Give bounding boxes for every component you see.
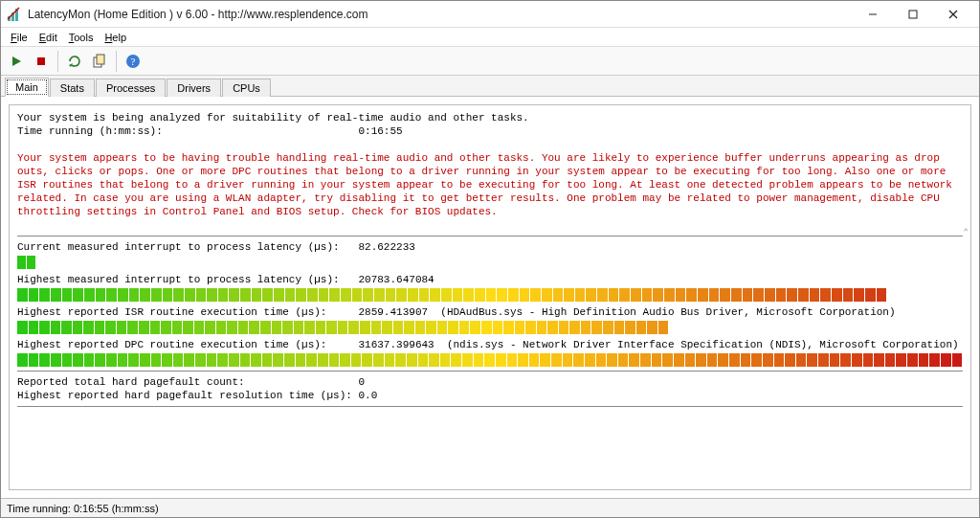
play-button[interactable] <box>5 50 28 73</box>
pagefault-count-label: Reported total hard pagefault count: <box>17 376 245 388</box>
dpc-bar <box>17 353 963 367</box>
menu-help[interactable]: Help <box>99 30 132 45</box>
statusbar: Time running: 0:16:55 (h:mm:ss) <box>1 498 979 517</box>
separator <box>17 406 963 407</box>
svg-rect-11 <box>97 55 104 64</box>
window-title: LatencyMon (Home Edition ) v 6.00 - http… <box>28 8 853 21</box>
current-int-label: Current measured interrupt to process la… <box>17 241 340 253</box>
copy-button[interactable] <box>88 50 111 73</box>
separator <box>17 371 963 372</box>
current-int-row: Current measured interrupt to process la… <box>17 240 963 254</box>
isr-value: 2859.413907 <box>358 306 428 318</box>
app-icon <box>7 7 22 22</box>
stop-button[interactable] <box>30 50 53 73</box>
status-text: Time running: 0:16:55 (h:mm:ss) <box>7 503 159 514</box>
svg-rect-8 <box>37 57 45 65</box>
dpc-row: Highest reported DPC routine execution t… <box>17 338 963 351</box>
time-running-label: Time running (h:mm:ss): <box>17 125 163 137</box>
current-int-value: 82.622233 <box>358 241 414 253</box>
minimize-button[interactable] <box>853 2 893 27</box>
svg-text:?: ? <box>131 56 136 67</box>
highest-int-bar <box>17 288 963 302</box>
refresh-button[interactable] <box>63 50 86 73</box>
tab-stats[interactable]: Stats <box>50 79 95 97</box>
help-button[interactable]: ? <box>122 50 145 73</box>
tab-cpus[interactable]: CPUs <box>222 79 271 97</box>
pagefault-time-label: Highest reported hard pagefault resoluti… <box>17 390 352 401</box>
dpc-value: 31637.399643 <box>358 339 434 350</box>
pagefault-count-value: 0 <box>358 376 365 388</box>
svg-marker-7 <box>12 56 21 66</box>
analyzing-line: Your system is being analyzed for suitab… <box>17 111 963 124</box>
menu-tools[interactable]: Tools <box>63 30 100 45</box>
main-pane: Your system is being analyzed for suitab… <box>1 97 979 498</box>
tab-drivers[interactable]: Drivers <box>167 79 221 97</box>
tab-bar: Main Stats Processes Drivers CPUs <box>1 76 979 97</box>
window-controls <box>853 2 973 27</box>
titlebar: LatencyMon (Home Edition ) v 6.00 - http… <box>1 1 979 28</box>
maximize-button[interactable] <box>893 2 933 27</box>
toolbar: ? <box>1 47 979 76</box>
toolbar-separator <box>116 51 117 72</box>
scroll-up-icon[interactable]: ⌃ <box>964 226 969 239</box>
pagefault-time-value: 0.0 <box>358 390 377 401</box>
dpc-label: Highest reported DPC routine execution t… <box>17 339 326 350</box>
menu-edit[interactable]: Edit <box>33 30 63 45</box>
warning-text: Your system appears to be having trouble… <box>17 151 963 218</box>
menu-file[interactable]: File <box>5 30 33 45</box>
isr-detail: (HDAudBus.sys - High Definition Audio Bu… <box>440 306 895 318</box>
dpc-detail: (ndis.sys - Network Driver Interface Spe… <box>447 339 959 350</box>
time-running-row: Time running (h:mm:ss): 0:16:55 <box>17 124 963 138</box>
toolbar-separator <box>57 51 58 72</box>
svg-rect-4 <box>909 11 917 18</box>
isr-bar <box>17 321 963 334</box>
tab-processes[interactable]: Processes <box>96 79 166 97</box>
isr-label: Highest reported ISR routine execution t… <box>17 306 326 318</box>
highest-int-value: 20783.647084 <box>358 274 434 285</box>
close-button[interactable] <box>933 2 973 27</box>
tab-main[interactable]: Main <box>5 78 49 97</box>
highest-int-label: Highest measured interrupt to process la… <box>17 274 340 285</box>
separator <box>17 236 963 236</box>
report-area[interactable]: Your system is being analyzed for suitab… <box>9 104 971 490</box>
time-running-value: 0:16:55 <box>358 125 402 137</box>
pagefault-count-row: Reported total hard pagefault count: 0 <box>17 375 963 389</box>
highest-int-row: Highest measured interrupt to process la… <box>17 273 963 286</box>
pagefault-time-row: Highest reported hard pagefault resoluti… <box>17 389 963 402</box>
current-int-bar <box>17 256 963 269</box>
menubar: File Edit Tools Help <box>1 28 979 47</box>
isr-row: Highest reported ISR routine execution t… <box>17 305 963 319</box>
